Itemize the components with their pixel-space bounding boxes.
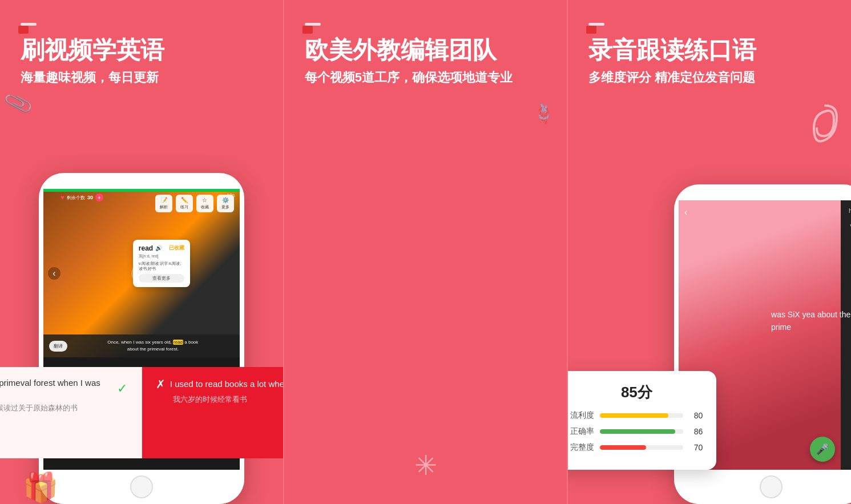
practice-icon: ✏️	[181, 197, 188, 203]
mic-button[interactable]: 🎤	[810, 437, 835, 462]
col1-title: 刷视频学英语	[21, 36, 263, 64]
subtitle-text: Once, when I was six years old, read a b…	[72, 339, 234, 353]
dict-phonetic: 英[riːd, red]	[139, 253, 184, 259]
parse-label: 解析	[160, 204, 168, 210]
collect-label: 收藏	[201, 204, 209, 210]
parse-icon: 📝	[160, 197, 167, 203]
correct-quiz-cn: 我小时候读过关于原始森林的书	[0, 403, 127, 413]
edge-text-content: was SiX yea about the prime	[771, 310, 850, 332]
toolbar-practice-button[interactable]: ✏️ 练习	[176, 195, 193, 212]
phone3-bottom	[674, 470, 851, 504]
phone3-back-button[interactable]: ‹	[684, 207, 687, 217]
col2-subtitle: 每个视频5道工序，确保选项地道专业	[305, 69, 547, 87]
phone3-right-sidebar: he V	[841, 200, 851, 470]
fluency-value: 80	[689, 411, 703, 420]
score-row-completeness: 完整度 70	[570, 442, 703, 453]
toolbar-more-button[interactable]: ⚙️ 更多	[217, 195, 234, 212]
col1-subtitle: 海量趣味视频，每日更新	[21, 69, 263, 87]
completeness-bar	[600, 445, 646, 450]
dict-definition: v.阅读;朗读;识字 n.阅读;读书;好书	[139, 261, 184, 272]
dict-more-button[interactable]: 查看更多	[139, 274, 184, 283]
completeness-label: 完整度	[570, 442, 594, 453]
more-label: 更多	[221, 204, 229, 210]
accuracy-bar	[600, 429, 675, 434]
fluency-bar-bg	[600, 413, 683, 418]
dict-audio-icon: 🔊	[155, 245, 162, 251]
red-square-1	[18, 26, 29, 34]
video-toolbar: 📝 解析 ✏️ 练习 ☆ 收藏	[155, 195, 234, 212]
score-total: 85分	[570, 382, 703, 402]
subtitle-highlight: read	[173, 340, 183, 345]
completeness-bar-bg	[600, 445, 683, 450]
more-icon: ⚙️	[222, 197, 229, 203]
quiz-panels: ✗ ook on primeval forest when I was youn…	[0, 367, 283, 458]
red-square-2	[303, 26, 313, 34]
video-progress-bar	[43, 189, 240, 192]
dictionary-popup: read 🔊 已收藏 英[riːd, red] v.阅读;朗读;识字 n.阅读;…	[133, 240, 190, 288]
add-heart-button[interactable]: +	[95, 193, 103, 201]
heart-count: 30	[87, 195, 93, 200]
toolbar-collect-button[interactable]: ☆ 收藏	[196, 195, 213, 212]
practice-label: 练习	[180, 204, 188, 210]
heart-label: 剩余个数	[67, 195, 85, 201]
fluency-bar	[600, 413, 668, 418]
score-card: 85分 流利度 80 正确率 86 完整度	[567, 371, 716, 470]
paperclip-deco-2	[808, 103, 842, 151]
phone1-bottom	[39, 470, 244, 504]
check-icon: ✓	[117, 381, 127, 396]
correct-quiz-text: ook on primeval forest when I was young.	[0, 377, 112, 400]
home-button[interactable]	[130, 475, 153, 498]
heart-icon: ♥	[61, 193, 64, 201]
score-row-accuracy: 正确率 86	[570, 426, 703, 437]
snowflake-deco: ✳	[414, 449, 437, 481]
red-square-3	[586, 26, 596, 34]
score-row-fluency: 流利度 80	[570, 410, 703, 421]
wrong-quiz-text: I used to read books a lot when I was si…	[170, 378, 283, 390]
right-edge-text: was SiX yea about the prime	[771, 308, 851, 334]
wrong-row: ✗ I used to read books a lot when I was …	[156, 377, 283, 391]
col3-subtitle: 多维度评分 精准定位发音问题	[588, 69, 830, 87]
quiz-panel-correct: ✗ ook on primeval forest when I was youn…	[0, 367, 142, 458]
wrong-x-icon: ✗	[156, 377, 166, 391]
page-layout: 刷视频学英语 海量趣味视频，每日更新 📎 19s	[0, 0, 851, 504]
correct-row: ✗ ook on primeval forest when I was youn…	[0, 377, 127, 400]
dict-word: read	[139, 244, 153, 252]
translate-button[interactable]: 翻译	[49, 341, 67, 352]
subtitle-bar: 翻译 Once, when I was six years old, read …	[43, 334, 240, 357]
collect-icon: ☆	[202, 197, 207, 203]
quiz-panel-wrong: ✗ I used to read books a lot when I was …	[142, 367, 283, 458]
accuracy-bar-bg	[600, 429, 683, 434]
col2: 欧美外教编辑团队 每个视频5道工序，确保选项地道专业 🪢 ✳	[283, 0, 567, 504]
dict-saved-label: 已收藏	[169, 244, 184, 252]
accuracy-value: 86	[689, 427, 703, 436]
rope-deco: 🪢	[533, 103, 555, 124]
video-area: 19s ♥ 剩余个数 30 + ‹ 📝	[43, 189, 240, 357]
dict-header: read 🔊 已收藏	[139, 244, 184, 252]
col3: 录音跟读练口语 多维度评分 精准定位发音问题 ‹	[567, 0, 851, 504]
heart-area: ♥ 剩余个数 30 +	[61, 193, 103, 201]
phone3-home-button[interactable]	[760, 475, 783, 498]
sidebar-text-he: he	[849, 207, 851, 214]
toolbar-parse-button[interactable]: 📝 解析	[155, 195, 172, 212]
col3-title: 录音跟读练口语	[588, 36, 830, 64]
wrong-quiz-cn: 我六岁的时候经常看书	[173, 394, 283, 405]
col2-title: 欧美外教编辑团队	[305, 36, 547, 64]
col1: 刷视频学英语 海量趣味视频，每日更新 📎 19s	[0, 0, 283, 504]
fluency-label: 流利度	[570, 410, 594, 421]
video-back-button[interactable]: ‹	[48, 267, 61, 280]
completeness-value: 70	[689, 443, 703, 452]
paperclip-deco-1: 📎	[2, 88, 35, 119]
accuracy-label: 正确率	[570, 426, 594, 437]
